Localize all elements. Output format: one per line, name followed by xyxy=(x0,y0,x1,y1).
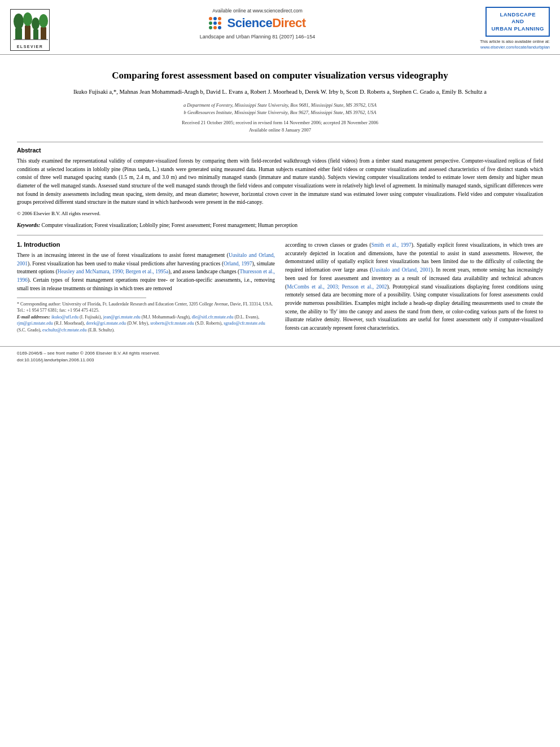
svg-rect-0 xyxy=(15,28,22,40)
email-grado[interactable]: sgrado@cfr.mstate.edu xyxy=(224,321,265,326)
received-text: Received 21 October 2005; received in re… xyxy=(17,119,543,126)
email-irby[interactable]: derek@gri.mstate.edu xyxy=(86,321,125,326)
sd-dot-2 xyxy=(213,17,217,20)
journal-title-box: LANDSCAPE AND URBAN PLANNING xyxy=(485,7,550,37)
header-center: Available online at www.sciencedirect.co… xyxy=(55,7,460,40)
keywords-line: Keywords: Computer visualization; Forest… xyxy=(17,221,543,229)
footnote-divider xyxy=(17,298,146,298)
email-mohammadi[interactable]: jean@gri.mstate.edu xyxy=(103,314,141,320)
main-content: Comparing forest assessment based on com… xyxy=(0,55,560,342)
journal-name: Landscape and Urban Planning 81 (2007) 1… xyxy=(55,34,460,40)
authors: Ikuko Fujisaki a,*, Mahnas Jean Mohammad… xyxy=(17,88,543,97)
email-moorhead[interactable]: rjm@gri.mstate.edu xyxy=(17,321,53,326)
keywords-label: Keywords: xyxy=(17,222,40,228)
affiliation-b: b GeoResources Institute, Mississippi St… xyxy=(17,109,543,116)
abstract-section: Abstract This study examined the represe… xyxy=(17,147,543,229)
abstract-text: This study examined the representational… xyxy=(17,157,543,207)
col-right: according to crown classes or grades (Sm… xyxy=(285,241,543,336)
divider-1 xyxy=(17,142,543,142)
sciencedirect-logo: ScienceDirect xyxy=(55,16,460,30)
available-online-date: Available online 8 January 2007 xyxy=(17,126,543,134)
keywords-text: Computer visualization; Forest visualiza… xyxy=(42,222,298,228)
bottom-bar: 0169-2046/$ – see front matter © 2006 El… xyxy=(0,346,560,367)
intro-para1: There is an increasing interest in the u… xyxy=(17,251,275,293)
journal-title-line3: URBAN PLANNING xyxy=(491,25,544,32)
email-section: E-mail addresses: ikuko@ufl.edu (I. Fuji… xyxy=(17,314,275,334)
sd-dot-7 xyxy=(209,26,212,29)
intro-para2: according to crown classes or grades (Sm… xyxy=(285,241,543,333)
svg-rect-6 xyxy=(41,27,46,40)
issn-line: 0169-2046/$ – see front matter © 2006 El… xyxy=(17,350,543,357)
ref-heasley-1990[interactable]: Heasley and McNamara, 1990; Bergen et al… xyxy=(58,269,169,274)
ref-smith-1997[interactable]: Smith et al., 1997 xyxy=(371,242,412,248)
email-text: ikuko@ufl.edu (I. Fujisaki), jean@gri.ms… xyxy=(17,314,265,333)
authors-text: Ikuko Fujisaki a,*, Mahnas Jean Mohammad… xyxy=(73,89,487,95)
email-roberts[interactable]: sroberts@cfr.mstate.edu xyxy=(150,321,194,326)
footnote-section: * Corresponding author: University of Fl… xyxy=(17,301,275,334)
sd-dot-3 xyxy=(218,17,221,20)
sciencedirect-text: ScienceDirect xyxy=(227,16,305,30)
email-evans[interactable]: dle@sitl.cfr.mstate.edu xyxy=(192,314,234,320)
doi-line: doi:10.1016/j.landurbplan.2006.11.003 xyxy=(17,357,543,364)
ref-orland-1997[interactable]: Orland, 1997 xyxy=(224,261,252,267)
svg-rect-2 xyxy=(25,25,30,40)
sd-dot-4 xyxy=(209,21,212,25)
corresponding-author: * Corresponding author: University of Fl… xyxy=(17,301,275,308)
journal-title-line2: AND xyxy=(491,18,544,25)
col-left: 1. Introduction There is an increasing i… xyxy=(17,241,275,336)
svg-point-1 xyxy=(14,14,24,29)
intro-heading: 1. Introduction xyxy=(17,241,275,248)
affiliation-a: a Department of Forestry, Mississippi St… xyxy=(17,102,543,109)
affiliations: a Department of Forestry, Mississippi St… xyxy=(17,102,543,116)
sd-dot-1 xyxy=(209,17,212,20)
available-online-text: Available online at www.sciencedirect.co… xyxy=(55,8,460,14)
sd-dot-8 xyxy=(213,26,217,29)
svg-point-3 xyxy=(23,12,32,26)
email-schultz[interactable]: eschultz@cfr.mstate.edu xyxy=(42,327,86,333)
svg-point-5 xyxy=(32,18,40,30)
two-column-layout: 1. Introduction There is an increasing i… xyxy=(17,241,543,336)
online-also-label: This article is also available online at… xyxy=(480,39,550,44)
sd-dots-icon xyxy=(209,17,225,29)
ref-uusitalo-2001b[interactable]: Uusitalo and Orland, 2001 xyxy=(371,267,431,273)
svg-rect-4 xyxy=(33,29,38,40)
copyright-text: © 2006 Elsevier B.V. All rights reserved… xyxy=(17,210,543,218)
sd-dot-9 xyxy=(218,26,221,29)
elsevier-logo: ELSEVIER xyxy=(10,9,50,51)
email-label: E-mail addresses: xyxy=(17,314,50,320)
sd-dot-6 xyxy=(218,21,221,25)
article-title: Comparing forest assessment based on com… xyxy=(88,69,472,82)
section-title: Introduction xyxy=(24,241,60,248)
online-also-url[interactable]: www.elsevier.com/locate/landurbplan xyxy=(480,45,550,50)
elsevier-wordmark: ELSEVIER xyxy=(12,45,47,49)
ref-mccombs-2003[interactable]: McCombs et al., 2003; Persson et al., 20… xyxy=(287,284,387,290)
header-right: LANDSCAPE AND URBAN PLANNING This articl… xyxy=(460,7,550,50)
section-number: 1. xyxy=(17,241,22,248)
divider-2 xyxy=(17,235,543,235)
email-fujisaki[interactable]: ikuko@ufl.edu xyxy=(51,314,78,320)
page: ELSEVIER Available online at www.science… xyxy=(0,0,560,747)
online-also: This article is also available online at… xyxy=(465,39,550,50)
sd-dot-5 xyxy=(213,21,217,25)
svg-point-7 xyxy=(39,14,48,28)
tel-fax: Tel.: +1 954 577 6381; fax: +1 954 475 4… xyxy=(17,307,275,314)
received-dates: Received 21 October 2005; received in re… xyxy=(17,119,543,134)
journal-title-line1: LANDSCAPE xyxy=(491,11,544,18)
abstract-title: Abstract xyxy=(17,147,543,154)
page-header: ELSEVIER Available online at www.science… xyxy=(0,0,560,55)
